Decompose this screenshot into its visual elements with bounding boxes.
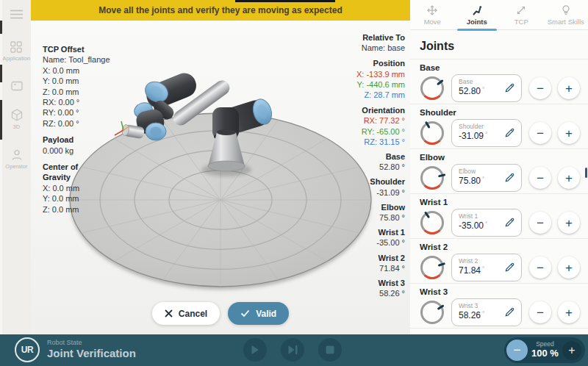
cancel-button[interactable]: Cancel [152,302,220,325]
speed-display: Speed 100 % [528,341,562,359]
tab-label: TCP [514,18,528,26]
close-icon [165,309,173,317]
joint-decrease-button[interactable]: − [529,122,551,144]
play-button[interactable] [243,338,267,362]
sidebar-item-program[interactable] [11,81,23,91]
joint-angle-label: Elbow [356,202,405,212]
cube-icon [11,109,23,121]
tab-joints[interactable]: Joints [455,0,500,29]
joint-increase-button[interactable]: + [558,122,580,144]
tab-tcp[interactable]: TCP [499,0,544,29]
robot-3d-viewport[interactable]: TCP Offset Name: Tool_flange X: 0.0 mm Y… [31,21,410,334]
valid-button[interactable]: Valid [228,302,289,325]
robot-state-label: Robot State [47,339,136,346]
joint-dial [420,210,445,235]
robot-state-value: Joint Verification [47,347,136,359]
action-buttons: Cancel Valid [31,302,410,325]
right-panel: Move Joints TCP Smart Skills J [410,0,588,334]
sidebar-item-label: Application [3,55,31,62]
joint-value-field[interactable]: Shoulder -31.09° [451,119,522,147]
payload-title: Payload [43,134,125,145]
joint-value-field[interactable]: Wrist 1 -35.00° [451,209,522,237]
banner-message: Move all the joints and verify they are … [98,5,342,15]
speed-decrease-button[interactable]: − [506,340,528,361]
joint-limit-arc [420,166,444,190]
tcp-offset-panel: TCP Offset Name: Tool_flange X: 0.0 mm Y… [43,44,125,215]
cog-z: Z: 0.0 mm [43,204,125,215]
joint-angle-label: Wrist 1 [356,227,405,237]
tcp-ry: RY: 0.00 ° [43,107,125,118]
edit-pencil-icon[interactable] [504,306,515,317]
hamburger-menu-button[interactable] [10,10,23,19]
orientation-rx: RX: 77.32 ° [356,115,405,126]
joint-increase-button[interactable]: + [558,256,580,279]
sidebar-item-application[interactable]: Application [3,41,31,62]
edit-pencil-icon[interactable] [504,127,515,138]
joint-value-field[interactable]: Wrist 2 71.84° [451,254,522,281]
joints-panel-title: Joints [410,30,588,60]
edit-pencil-icon[interactable] [504,172,515,183]
position-y: Y: -440.6 mm [356,79,405,90]
joint-angle-label: Shoulder [356,176,405,187]
joint-increase-button[interactable]: + [558,167,580,189]
speed-control: − Speed 100 % + [504,337,585,363]
tab-smart-skills[interactable]: Smart Skills [544,0,588,29]
sidebar-item-operator[interactable]: Operator [5,149,27,170]
tab-label: Joints [467,18,487,26]
joint-value-field[interactable]: Wrist 3 58.26° [451,298,522,326]
cog-x: X: 0.0 mm [43,183,125,193]
robot-state: Robot State Joint Verification [47,339,136,359]
pose-panel: Relative To Name: base Position X: -133.… [356,32,405,298]
payload-value: 0.000 kg [43,146,125,156]
tcp-y: Y: 0.0 mm [43,76,125,86]
edit-pencil-icon[interactable] [504,217,515,228]
joints-icon [471,4,483,16]
joint-limit-arc [420,211,444,234]
joint-decrease-button[interactable]: − [529,167,551,189]
check-icon [240,309,250,317]
joint-row-shoulder: Shoulder Shoulder -31.09° − + [410,104,588,149]
joint-decrease-button[interactable]: − [529,256,551,279]
joint-increase-button[interactable]: + [558,212,580,234]
joint-limit-arc [420,256,444,279]
speed-increase-button[interactable]: + [562,341,581,360]
joint-increase-button[interactable]: + [558,77,580,99]
edit-pencil-icon[interactable] [504,82,515,93]
joint-increase-button[interactable]: + [558,301,580,323]
move-icon [426,4,438,16]
joint-value-field[interactable]: Base 52.80° [451,74,522,102]
joint-decrease-button[interactable]: − [529,301,551,323]
orientation-title: Orientation [356,105,405,115]
joint-value-field[interactable]: Elbow 75.80° [451,164,522,192]
joint-row-wrist3: Wrist 3 Wrist 3 58.26° − + [410,284,588,329]
sidebar-item-label: 3D [13,123,21,130]
joint-dial [420,255,445,280]
skip-icon [288,345,298,355]
app-grid-icon [10,41,22,53]
speed-value: 100 % [528,348,562,359]
screen-notch [235,0,335,2]
joint-angle-value: 52.80 ° [356,162,405,172]
stop-button[interactable] [318,338,342,362]
position-z: Z: 28.7 mm [356,90,405,100]
skip-button[interactable] [281,338,304,362]
person-icon [11,149,23,161]
transport-controls [243,338,342,362]
tab-move[interactable]: Move [410,0,455,29]
joint-decrease-button[interactable]: − [529,77,551,99]
edit-pencil-icon[interactable] [504,262,515,273]
joint-angle-value: 58.26 ° [356,288,405,298]
joint-verification-screen: Application 3D Operator Move all the joi… [0,0,588,366]
joint-angle-label: Wrist 3 [356,278,405,288]
sidebar-item-label: Operator [5,163,27,170]
tcp-rx: RX: 0.00 ° [43,97,125,107]
joint-decrease-button[interactable]: − [529,212,551,234]
stop-icon [326,345,334,354]
lightbulb-icon [560,4,572,16]
scrollbar-thumb[interactable] [585,168,587,178]
joint-angle-value: -35.00 ° [356,237,405,248]
sidebar-item-3d[interactable]: 3D [11,109,23,130]
position-x: X: -133.9 mm [356,69,405,79]
relative-to-title: Relative To [356,32,405,43]
joint-row-elbow: Elbow Elbow 75.80° − + [410,149,588,194]
